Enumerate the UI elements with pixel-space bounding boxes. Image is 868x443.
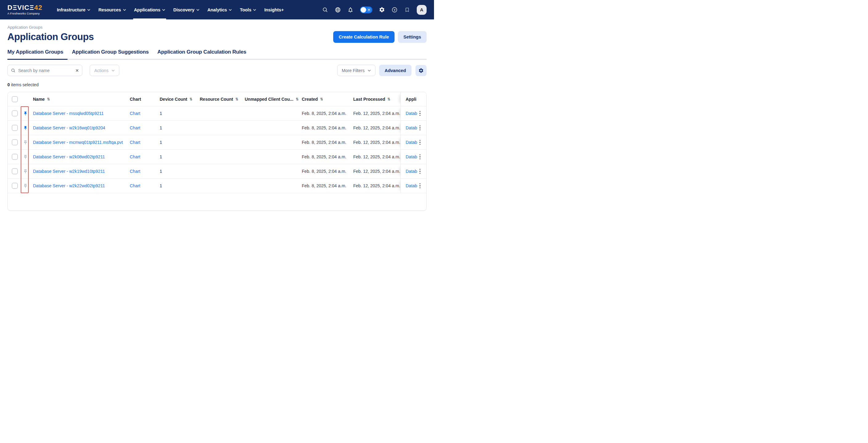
chevron-down-icon bbox=[87, 9, 90, 11]
tab-strip: My Application Groups Application Group … bbox=[7, 49, 427, 60]
row-menu-kebab-icon[interactable] bbox=[418, 139, 422, 146]
application-link[interactable]: Datab bbox=[406, 125, 418, 130]
device-count-value: 1 bbox=[160, 111, 162, 116]
sort-icon[interactable]: ⇅ bbox=[235, 97, 238, 101]
pin-outline-icon[interactable] bbox=[23, 184, 28, 188]
sort-icon[interactable]: ⇅ bbox=[388, 97, 391, 101]
row-menu-kebab-icon[interactable] bbox=[418, 110, 422, 117]
more-filters-dropdown[interactable]: More Filters bbox=[337, 65, 375, 76]
table-row: Database Server - w2k08wd02tp9211 Chart … bbox=[8, 150, 426, 164]
sort-icon[interactable]: ⇅ bbox=[296, 97, 299, 101]
row-checkbox[interactable] bbox=[12, 110, 18, 117]
last-processed-value: Feb. 12, 2025, 2:04 a.m. bbox=[353, 169, 400, 174]
device-count-value: 1 bbox=[160, 154, 162, 159]
search-input[interactable] bbox=[18, 68, 73, 73]
chart-link[interactable]: Chart bbox=[130, 169, 140, 174]
last-processed-value: Feb. 12, 2025, 2:04 a.m. bbox=[353, 111, 400, 116]
application-group-name-link[interactable]: Database Server - w2k22wd02tp9211 bbox=[33, 183, 105, 188]
create-calculation-rule-button[interactable]: Create Calculation Rule bbox=[333, 31, 395, 43]
menu-applications[interactable]: Applications bbox=[130, 0, 169, 20]
sort-icon[interactable]: ⇅ bbox=[320, 97, 323, 101]
chart-link[interactable]: Chart bbox=[130, 183, 140, 188]
application-link[interactable]: Datab bbox=[406, 183, 418, 188]
selection-status: 0 items selected bbox=[7, 82, 427, 87]
clear-search-icon[interactable]: ✕ bbox=[75, 68, 79, 73]
selection-count: 0 bbox=[7, 82, 10, 87]
globe-icon[interactable] bbox=[335, 7, 341, 13]
svg-text:?: ? bbox=[394, 8, 396, 11]
column-header-created[interactable]: Created⇅ bbox=[301, 97, 352, 102]
column-header-resource-count[interactable]: Resource Count⇅ bbox=[199, 97, 244, 102]
pin-outline-icon[interactable] bbox=[23, 140, 28, 145]
menu-tools[interactable]: Tools bbox=[236, 0, 260, 20]
row-menu-kebab-icon[interactable] bbox=[418, 124, 422, 131]
table-header-row: Name⇅ Chart Device Count⇅ Resource Count… bbox=[8, 92, 426, 106]
row-checkbox[interactable] bbox=[12, 154, 18, 160]
row-menu-kebab-icon[interactable] bbox=[418, 182, 422, 189]
tab-my-application-groups[interactable]: My Application Groups bbox=[7, 49, 67, 60]
chart-link[interactable]: Chart bbox=[130, 140, 140, 145]
created-value: Feb. 8, 2025, 2:04 a.m. bbox=[302, 111, 346, 116]
user-avatar[interactable]: A bbox=[417, 5, 427, 15]
pin-outline-icon[interactable] bbox=[23, 155, 28, 159]
notifications-bell-icon[interactable] bbox=[347, 7, 353, 13]
device-count-value: 1 bbox=[160, 169, 162, 174]
device-count-value: 1 bbox=[160, 183, 162, 188]
application-group-name-link[interactable]: Database Server - mssqlwd05tp9211 bbox=[33, 111, 103, 116]
column-header-device-count[interactable]: Device Count⇅ bbox=[159, 97, 199, 102]
chevron-down-icon bbox=[229, 9, 232, 11]
row-menu-kebab-icon[interactable] bbox=[418, 168, 422, 175]
application-link[interactable]: Datab bbox=[406, 154, 418, 159]
device42-logo[interactable]: DΞVICΞ42 A Freshworks Company bbox=[7, 4, 42, 15]
column-header-last-processed[interactable]: Last Processed⇅ bbox=[352, 97, 400, 102]
settings-button[interactable]: Settings bbox=[398, 31, 427, 43]
device-count-value: 1 bbox=[160, 140, 162, 145]
application-group-name-link[interactable]: Database Server - w2k16wq01tp9204 bbox=[33, 125, 105, 130]
menu-discovery[interactable]: Discovery bbox=[169, 0, 203, 20]
sort-icon[interactable]: ⇅ bbox=[47, 97, 50, 101]
created-value: Feb. 8, 2025, 2:04 a.m. bbox=[302, 140, 346, 145]
chart-link[interactable]: Chart bbox=[130, 154, 140, 159]
application-link[interactable]: Datab bbox=[406, 140, 418, 145]
row-menu-kebab-icon[interactable] bbox=[418, 153, 422, 160]
table-settings-button[interactable] bbox=[415, 65, 427, 76]
application-group-name-link[interactable]: Database Server - w2k19wd10tp9211 bbox=[33, 169, 105, 174]
bookmark-icon[interactable] bbox=[404, 7, 410, 13]
table-body: Database Server - mssqlwd05tp9211 Chart … bbox=[8, 106, 426, 193]
page-title: Application Groups bbox=[7, 31, 94, 42]
column-header-chart: Chart bbox=[129, 97, 159, 102]
actions-dropdown[interactable]: Actions bbox=[90, 65, 119, 76]
sort-icon[interactable]: ⇅ bbox=[189, 97, 192, 101]
column-header-name[interactable]: Name⇅ bbox=[30, 97, 129, 102]
advanced-button[interactable]: Advanced bbox=[379, 65, 411, 76]
row-checkbox[interactable] bbox=[12, 183, 18, 189]
row-checkbox[interactable] bbox=[12, 125, 18, 131]
menu-infrastructure[interactable]: Infrastructure bbox=[53, 0, 94, 20]
pin-filled-icon[interactable] bbox=[23, 126, 28, 130]
row-checkbox[interactable] bbox=[12, 139, 18, 146]
chart-link[interactable]: Chart bbox=[130, 111, 140, 116]
pin-outline-icon[interactable] bbox=[23, 169, 28, 174]
search-icon[interactable] bbox=[322, 7, 328, 13]
application-group-name-link[interactable]: Database Server - w2k08wd02tp9211 bbox=[33, 154, 105, 159]
menu-resources[interactable]: Resources bbox=[94, 0, 130, 20]
menu-insights[interactable]: Insights+ bbox=[260, 0, 287, 20]
last-processed-value: Feb. 12, 2025, 2:04 a.m. bbox=[353, 154, 400, 159]
application-link[interactable]: Datab bbox=[406, 169, 418, 174]
column-header-unmapped-client-count[interactable]: Unmapped Client Cou...⇅ bbox=[244, 97, 301, 102]
application-group-name-link[interactable]: Database Server - mcmwq01tp9211.msftqa.p… bbox=[33, 140, 123, 145]
help-icon[interactable]: ? bbox=[392, 7, 398, 13]
row-checkbox[interactable] bbox=[12, 168, 18, 175]
pin-filled-icon[interactable] bbox=[23, 111, 28, 116]
gear-icon[interactable] bbox=[379, 7, 385, 13]
menu-analytics[interactable]: Analytics bbox=[204, 0, 236, 20]
application-groups-page: DΞVICΞ42 A Freshworks Company Infrastruc… bbox=[0, 0, 434, 222]
theme-toggle[interactable] bbox=[360, 6, 372, 13]
application-link[interactable]: Datab bbox=[406, 111, 418, 116]
select-all-checkbox[interactable] bbox=[12, 96, 18, 102]
table-empty-area bbox=[8, 193, 426, 211]
search-icon bbox=[11, 68, 16, 73]
tab-application-group-suggestions[interactable]: Application Group Suggestions bbox=[67, 49, 153, 60]
tab-application-group-calculation-rules[interactable]: Application Group Calculation Rules bbox=[153, 49, 251, 60]
chart-link[interactable]: Chart bbox=[130, 125, 140, 130]
